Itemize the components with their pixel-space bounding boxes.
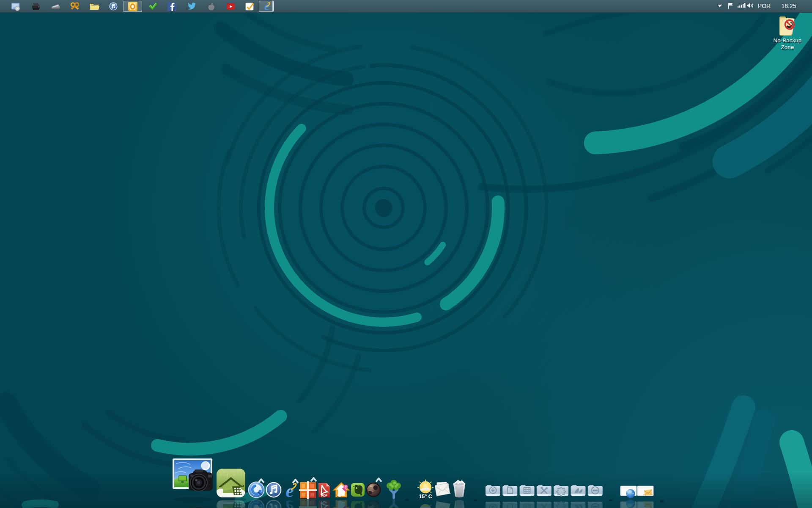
- svg-text:Zone: Zone: [781, 44, 794, 50]
- svg-text:No-Backup: No-Backup: [774, 37, 802, 44]
- svg-text:e: e: [285, 496, 294, 508]
- svg-text:PDF: PDF: [321, 501, 328, 504]
- svg-text:POR: POR: [758, 3, 771, 9]
- svg-text:18:25: 18:25: [781, 3, 796, 9]
- svg-text:PDF: PDF: [321, 494, 328, 497]
- svg-text:15° C: 15° C: [419, 494, 432, 500]
